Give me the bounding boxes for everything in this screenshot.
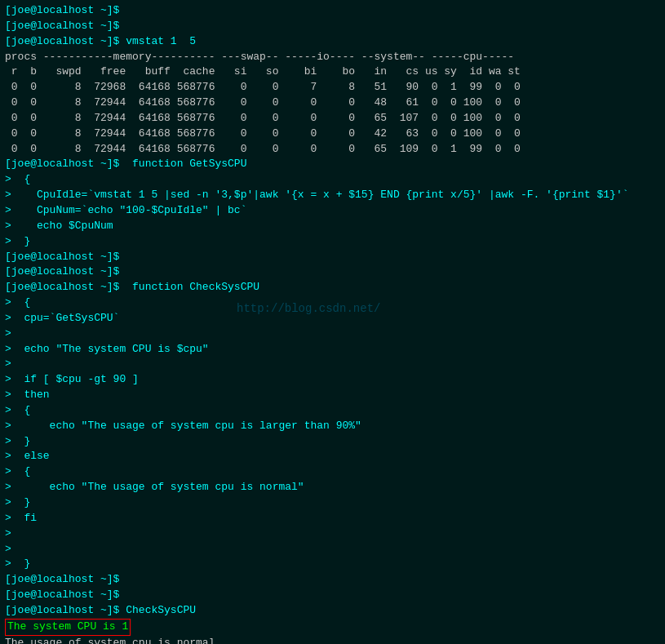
terminal-line: [joe@localhost ~]$ vmstat 1 5 — [5, 34, 660, 50]
terminal-line: > echo $CpuNum — [5, 219, 660, 234]
terminal-line: [joe@localhost ~]$ — [5, 588, 660, 603]
terminal-line: > } — [5, 434, 660, 450]
terminal-line: > if [ $cpu -gt 90 ] — [5, 372, 660, 388]
terminal-line: The system CPU is 1 — [5, 619, 660, 636]
terminal-line: > { — [5, 172, 660, 188]
terminal-line: > { — [5, 464, 660, 480]
terminal-line: > { — [5, 403, 660, 419]
terminal-output: [joe@localhost ~]$[joe@localhost ~]$[joe… — [5, 3, 660, 644]
terminal-line: > — [5, 357, 660, 372]
terminal-line: 0 0 8 72944 64168 568776 0 0 0 0 65 107 … — [5, 111, 660, 127]
terminal-line: [joe@localhost ~]$ — [5, 19, 660, 34]
terminal-line: > — [5, 526, 660, 542]
terminal-line: procs -----------memory---------- ---swa… — [5, 50, 660, 65]
terminal-line: > } — [5, 557, 660, 572]
terminal-line: [joe@localhost ~]$ CheckSysCPU — [5, 603, 660, 619]
terminal-line: The usage of system cpu is normal — [5, 636, 660, 644]
terminal-line: [joe@localhost ~]$ function GetSysCPU — [5, 157, 660, 172]
terminal-line: 0 0 8 72968 64168 568776 0 0 7 8 51 90 0… — [5, 80, 660, 95]
terminal-line: > else — [5, 449, 660, 464]
terminal-line: > — [5, 326, 660, 342]
terminal-line: 0 0 8 72944 64168 568776 0 0 0 0 65 109 … — [5, 142, 660, 158]
terminal-line: [joe@localhost ~]$ — [5, 572, 660, 588]
terminal-line: > { — [5, 295, 660, 311]
terminal-line: > fi — [5, 511, 660, 526]
terminal-window[interactable]: [joe@localhost ~]$[joe@localhost ~]$[joe… — [0, 0, 665, 644]
terminal-line: [joe@localhost ~]$ — [5, 250, 660, 265]
terminal-line: > } — [5, 234, 660, 250]
terminal-line: [joe@localhost ~]$ function CheckSysCPU — [5, 280, 660, 295]
terminal-line: > — [5, 542, 660, 557]
terminal-line: > echo "The usage of system cpu is norma… — [5, 480, 660, 495]
terminal-line: r b swpd free buff cache si so bi bo in … — [5, 64, 660, 80]
terminal-line: > echo "The usage of system cpu is large… — [5, 419, 660, 434]
terminal-line: 0 0 8 72944 64168 568776 0 0 0 0 42 63 0… — [5, 127, 660, 142]
terminal-line: > echo "The system CPU is $cpu" — [5, 342, 660, 358]
terminal-line: > cpu=`GetSysCPU` — [5, 311, 660, 326]
highlighted-output: The system CPU is 1 — [5, 619, 131, 636]
terminal-line: [joe@localhost ~]$ — [5, 264, 660, 280]
terminal-line: > } — [5, 495, 660, 511]
terminal-line: > CpuIdle=`vmstat 1 5 |sed -n '3,$p'|awk… — [5, 188, 660, 203]
terminal-line: > CpuNum=`echo "100-$CpuIdle" | bc` — [5, 203, 660, 219]
terminal-line: [joe@localhost ~]$ — [5, 3, 660, 19]
terminal-line: > then — [5, 388, 660, 403]
terminal-line: 0 0 8 72944 64168 568776 0 0 0 0 48 61 0… — [5, 95, 660, 111]
